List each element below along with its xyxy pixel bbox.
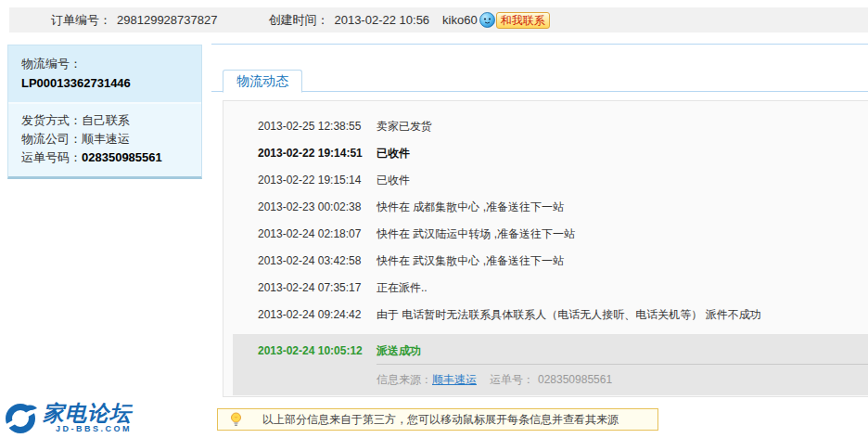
tracking-list: 2013-02-25 12:38:55 卖家已发货 2013-02-22 19:…	[223, 100, 868, 397]
event-time: 2013-02-24 09:24:42	[258, 302, 377, 328]
waybill-number-value: 028350985561	[82, 150, 162, 164]
event-description: 派送成功	[377, 339, 421, 364]
event-description: 快件在 成都集散中心 ,准备送往下一站	[377, 194, 868, 221]
tab-logistics-updates[interactable]: 物流动态	[223, 70, 302, 93]
third-party-tip: 以上部分信息来自于第三方，您可以移动鼠标展开每条信息并查看其来源	[217, 408, 658, 431]
shipping-method-row: 发货方式：自己联系	[21, 111, 188, 130]
jd-bbs-logo-text-wrap: 家电论坛 JD-BBS.COM	[43, 402, 132, 433]
waybill-value: 028350985561	[538, 373, 612, 386]
main-top-divider	[211, 44, 868, 45]
waybill-number-label: 运单号码：	[21, 150, 82, 164]
event-time: 2013-02-22 19:14:51	[258, 140, 377, 167]
event-time: 2013-02-24 02:18:07	[258, 221, 377, 248]
tracking-event-row[interactable]: 2013-02-22 19:14:51 已收件	[223, 140, 868, 167]
order-header-bar: 订单编号： 298129928737827 创建时间： 2013-02-22 1…	[9, 7, 868, 32]
jd-bbs-logo[interactable]: 家电论坛 JD-BBS.COM	[4, 402, 132, 436]
lightbulb-icon	[230, 412, 242, 428]
contact-me-badge[interactable]: 和我联系	[496, 12, 550, 29]
created-time-label: 创建时间：	[268, 12, 328, 29]
created-time-value: 2013-02-22 10:56	[334, 13, 429, 27]
seller-name: kiko60	[442, 13, 478, 27]
logistics-company-value: 顺丰速运	[82, 132, 130, 146]
event-time: 2013-02-24 07:35:17	[258, 275, 377, 302]
info-source-label: 信息来源：	[377, 373, 432, 386]
final-delivery-highlight[interactable]: 2013-02-24 10:05:12 派送成功 信息来源：顺丰速运运单号：02…	[233, 334, 868, 395]
waybill-label: 运单号：	[490, 373, 534, 386]
event-time: 2013-02-24 03:42:58	[258, 248, 377, 275]
tracking-event-row[interactable]: 2013-02-25 12:38:55 卖家已发货	[223, 113, 868, 140]
tracking-event-row[interactable]: 2013-02-24 02:18:07 快件在 武汉陆运中转场 ,准备送往下一站	[223, 221, 868, 248]
event-time: 2013-02-24 10:05:12	[258, 339, 377, 364]
tracking-event-row[interactable]: 2013-02-24 09:24:42 由于 电话暂时无法联系具体联系人（电话无…	[223, 302, 868, 328]
tracking-event-row[interactable]: 2013-02-24 03:42:58 快件在 武汉集散中心 ,准备送往下一站	[223, 248, 868, 275]
info-source-row: 信息来源：顺丰速运运单号：028350985561	[377, 364, 868, 395]
tracking-event-row[interactable]: 2013-02-22 19:15:14 已收件	[223, 167, 868, 194]
order-number-label: 订单编号：	[51, 12, 111, 29]
event-description: 快件在 武汉集散中心 ,准备送往下一站	[377, 248, 868, 275]
event-description: 正在派件..	[377, 275, 868, 302]
shipping-method-label: 发货方式：	[21, 113, 82, 127]
event-description: 由于 电话暂时无法联系具体联系人（电话无人接听、电话关机等） 派件不成功	[377, 302, 868, 328]
logistics-number-section: 物流编号： LP00013362731446	[8, 45, 201, 102]
logistics-company-label: 物流公司：	[21, 132, 82, 146]
event-description: 已收件	[377, 140, 868, 167]
event-time: 2013-02-22 19:15:14	[258, 167, 377, 194]
event-description: 快件在 武汉陆运中转场 ,准备送往下一站	[377, 221, 868, 248]
jd-bbs-logo-subtext: JD-BBS.COM	[56, 424, 132, 433]
event-time: 2013-02-23 00:02:38	[258, 194, 377, 221]
courier-company-link[interactable]: 顺丰速运	[432, 373, 477, 386]
shipping-info-section: 发货方式：自己联系 物流公司：顺丰速运 运单号码：028350985561	[8, 102, 201, 176]
final-delivery-row: 2013-02-24 10:05:12 派送成功	[233, 339, 868, 364]
event-description: 卖家已发货	[377, 113, 868, 140]
order-number-value: 298129928737827	[117, 13, 217, 27]
tracking-event-row[interactable]: 2013-02-24 07:35:17 正在派件..	[223, 275, 868, 302]
logistics-number-label: 物流编号：	[21, 54, 188, 73]
waybill-number-row: 运单号码：028350985561	[21, 148, 188, 167]
tip-text: 以上部分信息来自于第三方，您可以移动鼠标展开每条信息并查看其来源	[262, 412, 619, 428]
jd-bbs-logo-text: 家电论坛	[43, 402, 132, 424]
wangwang-messenger-icon[interactable]	[479, 12, 495, 28]
logistics-sidebar: 物流编号： LP00013362731446 发货方式：自己联系 物流公司：顺丰…	[7, 45, 202, 179]
event-time: 2013-02-25 12:38:55	[258, 113, 377, 140]
logistics-number-value: LP00013362731446	[21, 73, 188, 93]
logistics-company-row: 物流公司：顺丰速运	[21, 130, 188, 148]
tracking-event-row[interactable]: 2013-02-23 00:02:38 快件在 成都集散中心 ,准备送往下一站	[223, 194, 868, 221]
tab-bottom-divider	[211, 91, 868, 92]
event-description: 已收件	[377, 167, 868, 194]
shipping-method-value: 自己联系	[82, 113, 130, 127]
jd-bbs-logo-icon	[4, 402, 39, 436]
